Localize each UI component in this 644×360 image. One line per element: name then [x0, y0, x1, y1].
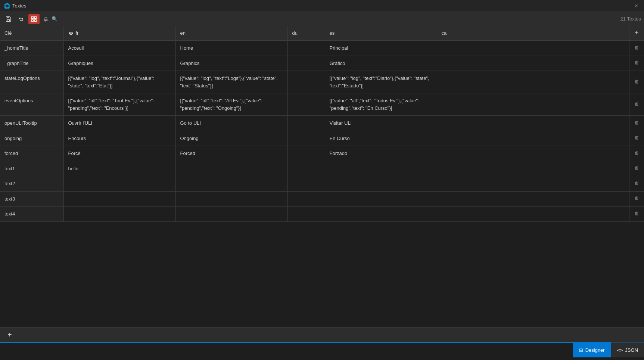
col-header-es: es: [325, 26, 437, 40]
cell-en-8[interactable]: [175, 176, 287, 192]
cell-du-2[interactable]: [287, 71, 325, 93]
cell-du-8[interactable]: [287, 176, 325, 192]
cell-du-7[interactable]: [287, 161, 325, 176]
cell-ca-3[interactable]: [437, 93, 629, 116]
cell-du-5[interactable]: [287, 131, 325, 146]
cell-du-9[interactable]: [287, 191, 325, 207]
cell-key-6[interactable]: forced: [0, 146, 63, 161]
cell-es-1[interactable]: Gráfico: [325, 56, 437, 71]
cell-ca-6[interactable]: [437, 146, 629, 161]
delete-row-button-4[interactable]: [631, 119, 642, 128]
cell-du-1[interactable]: [287, 56, 325, 71]
cell-es-6[interactable]: Forzado: [325, 146, 437, 161]
cell-fr-9[interactable]: [63, 191, 175, 207]
delete-cell: [629, 207, 644, 222]
col-header-key: Clé: [0, 26, 63, 40]
col-header-ca: ca: [437, 26, 629, 40]
undo-button[interactable]: [16, 14, 27, 24]
trash-icon: [634, 102, 639, 106]
cell-key-9[interactable]: text3: [0, 191, 63, 207]
col-header-add[interactable]: +: [629, 26, 644, 40]
delete-row-button-3[interactable]: [631, 100, 642, 109]
cell-fr-4[interactable]: Ouvrir l'ULI: [63, 116, 175, 131]
cell-key-8[interactable]: text2: [0, 176, 63, 192]
cell-fr-3[interactable]: [{"value": "all","text": "Tout Ev."},{"v…: [63, 93, 175, 116]
cell-ca-5[interactable]: [437, 131, 629, 146]
cell-fr-8[interactable]: [63, 176, 175, 192]
cell-key-3[interactable]: eventOptions: [0, 93, 63, 116]
cell-du-4[interactable]: [287, 116, 325, 131]
table-row: text3: [0, 191, 644, 207]
delete-cell: [629, 71, 644, 93]
cell-es-9[interactable]: [325, 191, 437, 207]
cell-en-10[interactable]: [175, 207, 287, 222]
cell-en-4[interactable]: Go to ULI: [175, 116, 287, 131]
delete-row-button-9[interactable]: [631, 194, 642, 203]
delete-row-button-10[interactable]: [631, 210, 642, 218]
cell-ca-1[interactable]: [437, 56, 629, 71]
cell-es-2[interactable]: [{"value": "log", "text":"Diario"},{"val…: [325, 71, 437, 93]
cell-es-4[interactable]: Visitar ULI: [325, 116, 437, 131]
cell-key-2[interactable]: stateLogOptions: [0, 71, 63, 93]
delete-row-button-6[interactable]: [631, 149, 642, 158]
cell-es-3[interactable]: [{"value": "all","text": "Todos Ev."},{"…: [325, 93, 437, 116]
cell-en-1[interactable]: Graphics: [175, 56, 287, 71]
json-button[interactable]: <> JSON: [611, 342, 644, 357]
cell-en-2[interactable]: [{"value": "log", "text":"Logs"},{"value…: [175, 71, 287, 93]
cell-du-6[interactable]: [287, 146, 325, 161]
table-view-button[interactable]: [28, 14, 40, 24]
cell-key-5[interactable]: ongoing: [0, 131, 63, 146]
search-input[interactable]: [52, 16, 619, 22]
cell-es-8[interactable]: [325, 176, 437, 192]
cell-ca-0[interactable]: [437, 40, 629, 56]
add-row-button[interactable]: +: [4, 329, 15, 341]
cell-fr-7[interactable]: hello: [63, 161, 175, 176]
cell-en-9[interactable]: [175, 191, 287, 207]
cell-fr-0[interactable]: Acceuil: [63, 40, 175, 56]
cell-ca-9[interactable]: [437, 191, 629, 207]
designer-button[interactable]: ⊞ Designer: [573, 342, 611, 357]
cell-en-7[interactable]: [175, 161, 287, 176]
delete-row-button-8[interactable]: [631, 179, 642, 188]
cell-es-7[interactable]: [325, 161, 437, 176]
delete-row-button-2[interactable]: [631, 78, 642, 87]
cell-ca-4[interactable]: [437, 116, 629, 131]
delete-row-button-7[interactable]: [631, 164, 642, 173]
eye-icon: [68, 31, 74, 36]
cell-key-4[interactable]: openULITooltip: [0, 116, 63, 131]
trash-icon: [634, 181, 639, 186]
cell-fr-1[interactable]: Graphiques: [63, 56, 175, 71]
cell-fr-5[interactable]: Encours: [63, 131, 175, 146]
cell-fr-6[interactable]: Forcé: [63, 146, 175, 161]
cell-key-1[interactable]: _graphTitle: [0, 56, 63, 71]
cell-key-10[interactable]: text4: [0, 207, 63, 222]
cell-en-5[interactable]: Ongoing: [175, 131, 287, 146]
trash-icon: [634, 150, 639, 155]
cell-du-0[interactable]: [287, 40, 325, 56]
save-icon: [6, 16, 12, 22]
search-bar[interactable]: [44, 16, 619, 22]
cell-ca-10[interactable]: [437, 207, 629, 222]
delete-row-button-5[interactable]: [631, 134, 642, 143]
cell-es-10[interactable]: [325, 207, 437, 222]
cell-ca-2[interactable]: [437, 71, 629, 93]
cell-du-3[interactable]: [287, 93, 325, 116]
delete-cell: [629, 191, 644, 207]
cell-ca-8[interactable]: [437, 176, 629, 192]
delete-row-button-0[interactable]: [631, 44, 642, 53]
cell-key-7[interactable]: text1: [0, 161, 63, 176]
cell-du-10[interactable]: [287, 207, 325, 222]
cell-en-3[interactable]: [{"value": "all","text": "All Ev."},{"va…: [175, 93, 287, 116]
cell-key-0[interactable]: _homeTitle: [0, 40, 63, 56]
trash-icon: [634, 45, 639, 50]
cell-en-0[interactable]: Home: [175, 40, 287, 56]
cell-fr-10[interactable]: [63, 207, 175, 222]
cell-fr-2[interactable]: [{"value": "log", "text":"Journal"},{"va…: [63, 71, 175, 93]
cell-ca-7[interactable]: [437, 161, 629, 176]
cell-es-0[interactable]: Principal: [325, 40, 437, 56]
cell-es-5[interactable]: En Curso: [325, 131, 437, 146]
close-button[interactable]: ×: [632, 2, 640, 10]
save-button[interactable]: [3, 14, 14, 24]
delete-row-button-1[interactable]: [631, 59, 642, 68]
cell-en-6[interactable]: Forced: [175, 146, 287, 161]
